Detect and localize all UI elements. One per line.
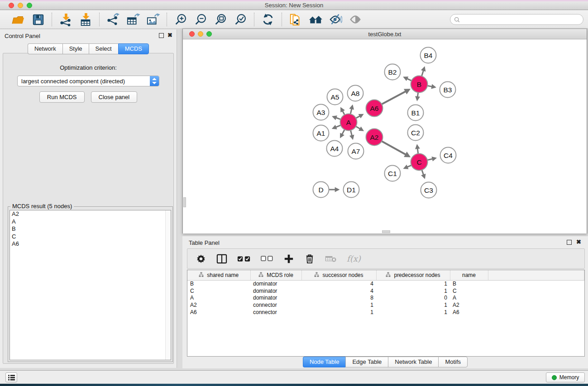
close-panel-icon[interactable]: ✖: [167, 32, 172, 38]
table-row[interactable]: A6connector11A6: [187, 309, 584, 316]
edge-C-C2[interactable]: [417, 148, 418, 153]
tab-edge-table[interactable]: Edge Table: [345, 357, 388, 367]
show-columns-icon[interactable]: [216, 252, 227, 266]
node-C3[interactable]: C3: [421, 182, 437, 198]
result-list-scrollbar[interactable]: [165, 210, 171, 360]
mcds-result-item[interactable]: A: [10, 218, 171, 226]
table-row[interactable]: Cdominator41C: [187, 287, 584, 295]
edge-A2-C[interactable]: [382, 141, 406, 154]
column-header-predecessor-nodes[interactable]: predecessor nodes: [376, 270, 450, 280]
edge-A-A8[interactable]: [350, 109, 352, 114]
zoom-selected-icon[interactable]: [232, 12, 249, 27]
node-A1[interactable]: A1: [313, 125, 329, 141]
create-column-icon[interactable]: [283, 252, 294, 266]
mcds-result-item[interactable]: B: [10, 225, 171, 233]
node-C2[interactable]: C2: [408, 125, 424, 141]
float-table-panel-icon[interactable]: [567, 240, 572, 245]
edge-A6-B[interactable]: [382, 91, 406, 104]
network-from-document-icon[interactable]: [287, 12, 304, 27]
column-header-shared-name[interactable]: shared name: [187, 270, 250, 280]
table-row[interactable]: A2connector11A2: [187, 301, 584, 309]
mcds-result-item[interactable]: C: [10, 233, 171, 241]
column-header-successor-nodes[interactable]: successor nodes: [301, 270, 376, 280]
node-C[interactable]: C: [411, 154, 428, 171]
table-settings-icon[interactable]: [196, 252, 206, 266]
edge-A-A3[interactable]: [336, 118, 340, 119]
node-C1[interactable]: C1: [385, 166, 401, 181]
node-A2[interactable]: A2: [366, 129, 383, 146]
canvas-horizontal-scroll-thumb[interactable]: [382, 230, 390, 233]
edge-C-C4[interactable]: [427, 159, 432, 160]
edge-A-A7[interactable]: [351, 130, 352, 135]
close-table-panel-icon[interactable]: ✖: [576, 239, 581, 245]
node-B4[interactable]: B4: [421, 48, 436, 63]
zoom-out-icon[interactable]: [192, 12, 209, 27]
search-input[interactable]: [460, 16, 583, 23]
node-B1[interactable]: B1: [408, 105, 424, 121]
table-row[interactable]: Bdominator41B: [187, 280, 584, 287]
edge-B-B4[interactable]: [422, 71, 424, 76]
memory-button[interactable]: Memory: [546, 372, 585, 382]
import-network-icon[interactable]: [57, 12, 74, 27]
node-A6[interactable]: A6: [366, 100, 383, 117]
node-A8[interactable]: A8: [348, 86, 363, 101]
import-table-icon[interactable]: [77, 12, 94, 27]
node-B[interactable]: B: [411, 76, 428, 93]
column-header-name[interactable]: name: [450, 270, 488, 280]
edge-C-C3[interactable]: [422, 170, 424, 175]
node-B2[interactable]: B2: [385, 64, 401, 80]
refresh-icon[interactable]: [260, 12, 276, 27]
tab-node-table[interactable]: Node Table: [303, 357, 346, 367]
edge-B-B3[interactable]: [428, 86, 432, 87]
home-icon[interactable]: [307, 12, 324, 27]
node-A4[interactable]: A4: [327, 141, 343, 157]
edge-A-A6[interactable]: [356, 116, 360, 118]
edge-A-A4[interactable]: [342, 130, 344, 134]
open-session-icon[interactable]: [10, 12, 26, 27]
export-image-icon[interactable]: [145, 12, 161, 27]
zoom-fit-icon[interactable]: [212, 12, 229, 27]
edge-B-B1[interactable]: [417, 93, 418, 97]
mcds-result-item[interactable]: A6: [10, 240, 171, 248]
delete-table-icon[interactable]: [325, 252, 337, 266]
close-panel-button[interactable]: Close panel: [91, 91, 138, 103]
table-row[interactable]: Adominator80A: [187, 295, 584, 302]
unselect-all-icon[interactable]: [261, 252, 273, 266]
node-A[interactable]: A: [340, 114, 357, 131]
run-mcds-button[interactable]: Run MCDS: [39, 91, 85, 103]
export-table-icon[interactable]: [125, 12, 141, 27]
node-A3[interactable]: A3: [313, 105, 329, 120]
hide-graphics-details-icon[interactable]: [327, 12, 344, 27]
edge-A-A5[interactable]: [343, 111, 344, 114]
node-A5[interactable]: A5: [327, 89, 343, 105]
criterion-select[interactable]: largest connected component (directed): [17, 76, 159, 86]
tab-network[interactable]: Network: [28, 43, 62, 54]
float-panel-icon[interactable]: [159, 33, 164, 38]
function-builder-icon[interactable]: f(x): [347, 252, 361, 266]
mcds-result-item[interactable]: A2: [10, 210, 171, 218]
edge-A-A2[interactable]: [356, 127, 360, 129]
tab-mcds[interactable]: MCDS: [118, 43, 149, 54]
node-A7[interactable]: A7: [348, 143, 364, 159]
tab-motifs[interactable]: Motifs: [438, 357, 468, 367]
edge-B-B2[interactable]: [407, 79, 411, 81]
tab-select[interactable]: Select: [89, 43, 118, 54]
show-graphics-details-icon[interactable]: [347, 12, 363, 27]
edge-A-A1[interactable]: [336, 125, 340, 127]
node-B3[interactable]: B3: [440, 82, 456, 98]
node-C4[interactable]: C4: [440, 148, 456, 163]
delete-columns-icon[interactable]: [304, 252, 315, 266]
save-session-icon[interactable]: [30, 12, 46, 27]
zoom-in-icon[interactable]: [172, 12, 189, 27]
tab-style[interactable]: Style: [62, 43, 89, 54]
search-field[interactable]: [450, 14, 583, 25]
canvas-vertical-scroll-thumb[interactable]: [183, 197, 186, 207]
select-all-icon[interactable]: [237, 252, 251, 266]
network-canvas[interactable]: AA1A2A3A4A5A6A7A8BB1B2B3B4CC1C2C3C4DD1: [183, 40, 587, 234]
export-network-icon[interactable]: [105, 12, 121, 27]
node-D[interactable]: D: [313, 182, 329, 198]
column-header-mcds-role[interactable]: MCDS role: [250, 270, 301, 280]
edge-C-C1[interactable]: [407, 165, 411, 167]
node-D1[interactable]: D1: [344, 182, 359, 198]
task-history-button[interactable]: [5, 372, 17, 382]
